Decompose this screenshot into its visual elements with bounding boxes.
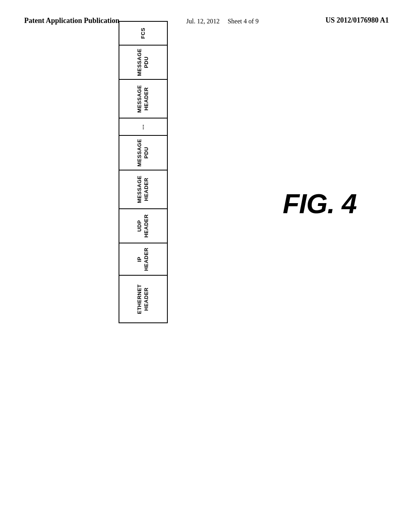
figure-label-container: FIG. 4 (283, 188, 357, 219)
message-pdu-1-cell: MESSAGEPDU (119, 135, 167, 170)
main-content: ETHERNETHEADER IPHEADER UDPHEADER MESSAG… (0, 35, 413, 221)
message-header-2-cell: MESSAGEHEADER (119, 79, 167, 118)
sheet-info: Sheet 4 of 9 (227, 18, 259, 25)
udp-header-cell: UDPHEADER (119, 208, 167, 243)
dots-cell: ⋯ (119, 118, 167, 135)
packet-table-wrapper: ETHERNETHEADER IPHEADER UDPHEADER MESSAG… (119, 21, 168, 323)
page-header: Patent Application Publication Jul. 12, … (0, 0, 413, 35)
patent-number: US 2012/0176980 A1 (325, 16, 389, 25)
message-header-1-cell: MESSAGEHEADER (119, 170, 167, 208)
ethernet-header-cell: ETHERNETHEADER (119, 275, 167, 323)
fcs-cell: FCS (119, 21, 167, 45)
header-info: Jul. 12, 2012 Sheet 4 of 9 (186, 16, 259, 27)
message-pdu-2-cell: MESSAGEPDU (119, 45, 167, 79)
figure-label: FIG. 4 (283, 188, 357, 219)
publication-date: Jul. 12, 2012 (186, 18, 220, 25)
packet-structure-table: ETHERNETHEADER IPHEADER UDPHEADER MESSAG… (119, 21, 168, 323)
publication-label: Patent Application Publication (24, 16, 119, 25)
ip-header-cell: IPHEADER (119, 243, 167, 275)
diagram-container: ETHERNETHEADER IPHEADER UDPHEADER MESSAG… (113, 67, 294, 197)
